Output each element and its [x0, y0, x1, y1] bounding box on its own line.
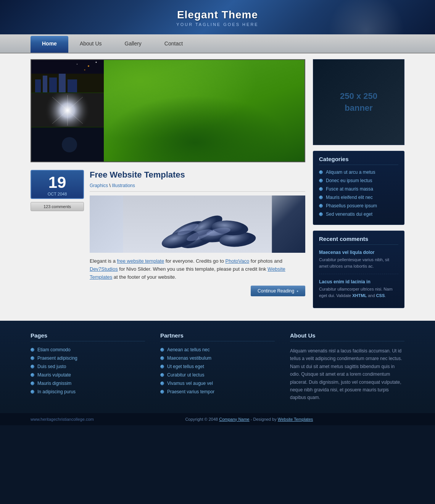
svg-line-9 [210, 147, 223, 153]
post-link-dev7studios[interactable]: Dev7Studios [90, 266, 118, 272]
footer-partner-4: Curabitur ut lectus [160, 372, 275, 378]
footer-partner-3: Ut eget tellus eget [160, 364, 275, 369]
slider-thumbnails [31, 59, 104, 162]
post-text-1: Elegant is a [90, 258, 117, 264]
footer-company-link[interactable]: Company Name [219, 417, 249, 422]
nav-about[interactable]: About Us [68, 34, 113, 53]
css-link[interactable]: CSS [376, 293, 385, 298]
svg-point-4 [227, 139, 233, 145]
footer-about-title: About Us [290, 332, 404, 341]
footer-partner-link-5[interactable]: Vivamus vel augue vel [167, 381, 213, 386]
footer-templates-link[interactable]: Website Templates [278, 417, 313, 422]
footer-page-link-6[interactable]: In adipiscing purus [37, 389, 76, 394]
post-date-block: 19 OCT 2048 123 comments [31, 170, 84, 296]
nav-home[interactable]: Home [31, 36, 68, 53]
footer-page-2: Praesent adipiscing [31, 355, 145, 361]
footer-page-4: Mauris vulputate [31, 372, 145, 378]
svg-line-10 [249, 138, 262, 143]
post-month-year: OCT 2048 [33, 192, 81, 196]
footer-page-link-3[interactable]: Duis sed justo [37, 364, 66, 369]
category-item: Aliquam ut arcu a metus [319, 170, 398, 175]
comment-link-2[interactable]: Lacus enim id lacinia in [319, 279, 371, 284]
nav-contact[interactable]: Contact [153, 34, 194, 53]
blog-post: 19 OCT 2048 123 comments Free Website Te… [31, 170, 305, 296]
footer-dot [31, 381, 34, 385]
post-text-2: for everyone. Credits go to [164, 258, 225, 264]
post-link-photovaco[interactable]: PhotoVaco [226, 258, 250, 264]
category-link-6[interactable]: Sed venenatis dui eget [326, 212, 372, 217]
nav-gallery[interactable]: Gallery [113, 34, 153, 53]
footer-page-6: In adipiscing purus [31, 389, 145, 394]
footer-page-1: Etiam commodo [31, 347, 145, 352]
svg-point-31 [62, 137, 77, 152]
post-tags: Graphics \ Illustrations [90, 183, 305, 192]
footer-page-link-2[interactable]: Praesent adipiscing [37, 355, 77, 361]
date-box: 19 OCT 2048 [31, 170, 84, 199]
comment-item-1: Maecenas vel liqula dolor Curabitur pell… [319, 249, 398, 274]
tag-illustrations[interactable]: Illustrations [112, 183, 135, 188]
footer-about: About Us Aliquam venenatis nisl a lacus … [290, 332, 404, 402]
post-body-area: Free Website Templates Graphics \ Illust… [90, 170, 305, 296]
svg-point-21 [96, 62, 97, 63]
footer-partner-1: Aenean ac tellus nec [160, 347, 275, 352]
comment-link-1[interactable]: Maecenas vel liqula dolor [319, 250, 374, 255]
post-featured-image [90, 195, 305, 253]
footer-bottom: www.heritagechristiancollege.com Copyrig… [0, 413, 435, 425]
footer-page-link-1[interactable]: Etiam commodo [37, 347, 71, 352]
main-wrapper: 19 OCT 2048 123 comments Free Website Te… [0, 53, 435, 321]
svg-line-12 [249, 147, 262, 153]
svg-point-2 [225, 129, 248, 141]
footer-url: www.heritagechristiancollege.com [31, 417, 94, 422]
footer-partner-link-2[interactable]: Maecenas vestibulum [167, 355, 211, 361]
svg-point-1 [216, 130, 256, 156]
footer-dot [31, 373, 34, 377]
footer-partner-link-6[interactable]: Praesent varius tempor [167, 389, 214, 394]
footer-page-link-4[interactable]: Mauris vulputate [37, 372, 71, 378]
main-nav: Home About Us Gallery Contact [0, 34, 435, 53]
banner-ad[interactable]: 250 x 250banner [313, 59, 404, 145]
sidebar: 250 x 250banner Categories Aliquam ut ar… [313, 59, 404, 315]
slider-thumb-1[interactable] [31, 59, 104, 92]
post-text-3: for photos and [249, 258, 282, 264]
svg-rect-15 [35, 79, 41, 92]
footer-partner-link-4[interactable]: Curabitur ut lectus [167, 372, 204, 378]
category-link-2[interactable]: Donec eu ipsum lectus [326, 178, 372, 183]
slider-thumb-2[interactable] [31, 93, 104, 127]
footer-partner-link-1[interactable]: Aenean ac tellus nec [167, 347, 209, 352]
footer-top: Pages Etiam commodo Praesent adipiscing … [0, 321, 435, 413]
xhtml-link[interactable]: XHTML [352, 293, 367, 298]
post-text: Elegant is a free website template for e… [90, 257, 305, 281]
category-link-3[interactable]: Fusce at mauris massa [326, 186, 373, 192]
comment-title-2: Lacus enim id lacinia in [319, 279, 398, 284]
comment-text-1: Curabitur pellentesque varius nibh, sit … [319, 257, 398, 269]
category-dot [319, 195, 323, 199]
footer-partner-6: Praesent varius tempor [160, 389, 275, 394]
svg-point-22 [77, 64, 77, 65]
footer-copyright: Copyright © 2048 Company Name - Designed… [94, 417, 404, 422]
post-link-template[interactable]: free website template [117, 258, 164, 264]
category-link-4[interactable]: Mauris eleifend elit nec [326, 195, 373, 200]
tag-graphics[interactable]: Graphics [90, 183, 108, 188]
footer-page-5: Mauris dignissim [31, 381, 145, 386]
footer-partner-link-3[interactable]: Ut eget tellus eget [167, 364, 204, 369]
slider-thumb-3[interactable] [31, 128, 104, 162]
svg-rect-16 [43, 76, 47, 92]
category-dot [319, 204, 323, 208]
footer-page-link-5[interactable]: Mauris dignissim [37, 381, 71, 386]
image-slider[interactable] [31, 59, 305, 162]
comment-item-2: Lacus enim id lacinia in Curabitur ullam… [319, 279, 398, 303]
categories-title: Categories [319, 156, 398, 165]
footer-dot [160, 356, 164, 360]
continue-reading-button[interactable]: Continue Reading [251, 286, 305, 296]
post-text-5: at the footer of your website. [112, 274, 176, 280]
category-link-1[interactable]: Aliquam ut arcu a metus [326, 170, 375, 175]
svg-point-23 [84, 69, 85, 71]
svg-line-11 [249, 145, 262, 146]
post-comments-count[interactable]: 123 comments [31, 202, 84, 211]
footer-partners-title: Partners [160, 332, 275, 341]
category-link-5[interactable]: Phasellus posuere ipsum [326, 203, 377, 208]
comment-text-2: Curabitur ullamcorper ultrices nisi. Nam… [319, 286, 398, 299]
footer-dot [31, 356, 34, 360]
svg-line-8 [210, 145, 223, 146]
category-dot [319, 212, 323, 216]
